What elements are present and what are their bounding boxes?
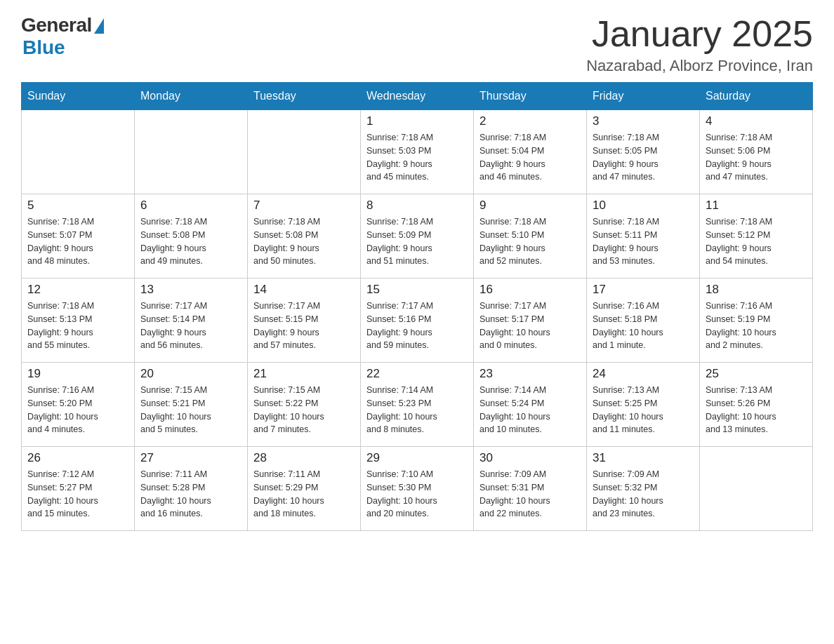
calendar-week-row: 1Sunrise: 7:18 AM Sunset: 5:03 PM Daylig… xyxy=(22,110,813,194)
day-number: 28 xyxy=(253,451,355,465)
calendar-cell: 29Sunrise: 7:10 AM Sunset: 5:30 PM Dayli… xyxy=(361,447,474,531)
calendar-cell: 26Sunrise: 7:12 AM Sunset: 5:27 PM Dayli… xyxy=(22,447,135,531)
day-number: 8 xyxy=(366,199,468,213)
day-info: Sunrise: 7:18 AM Sunset: 5:05 PM Dayligh… xyxy=(593,131,694,184)
logo: General Blue xyxy=(21,14,104,59)
calendar-day-header: Wednesday xyxy=(361,83,474,110)
calendar-cell: 7Sunrise: 7:18 AM Sunset: 5:08 PM Daylig… xyxy=(248,194,361,279)
day-number: 11 xyxy=(706,199,807,213)
calendar-day-header: Saturday xyxy=(700,83,813,110)
calendar-cell xyxy=(248,110,361,194)
calendar-cell: 21Sunrise: 7:15 AM Sunset: 5:22 PM Dayli… xyxy=(248,363,361,447)
day-info: Sunrise: 7:10 AM Sunset: 5:30 PM Dayligh… xyxy=(366,468,468,521)
day-info: Sunrise: 7:09 AM Sunset: 5:31 PM Dayligh… xyxy=(479,468,581,521)
day-info: Sunrise: 7:17 AM Sunset: 5:14 PM Dayligh… xyxy=(140,300,241,352)
calendar-day-header: Sunday xyxy=(22,83,135,110)
day-info: Sunrise: 7:16 AM Sunset: 5:20 PM Dayligh… xyxy=(27,384,128,436)
day-info: Sunrise: 7:18 AM Sunset: 5:06 PM Dayligh… xyxy=(706,131,807,184)
calendar-day-header: Friday xyxy=(587,83,700,110)
day-info: Sunrise: 7:11 AM Sunset: 5:29 PM Dayligh… xyxy=(253,468,355,521)
day-info: Sunrise: 7:18 AM Sunset: 5:04 PM Dayligh… xyxy=(479,131,581,184)
calendar-day-header: Thursday xyxy=(474,83,587,110)
day-info: Sunrise: 7:18 AM Sunset: 5:13 PM Dayligh… xyxy=(27,300,128,352)
day-number: 23 xyxy=(479,367,581,381)
calendar-cell: 31Sunrise: 7:09 AM Sunset: 5:32 PM Dayli… xyxy=(587,447,700,531)
day-number: 9 xyxy=(479,199,581,213)
calendar-cell: 4Sunrise: 7:18 AM Sunset: 5:06 PM Daylig… xyxy=(700,110,813,194)
calendar-cell: 23Sunrise: 7:14 AM Sunset: 5:24 PM Dayli… xyxy=(474,363,587,447)
day-number: 29 xyxy=(366,451,468,465)
day-info: Sunrise: 7:18 AM Sunset: 5:12 PM Dayligh… xyxy=(706,215,807,268)
day-info: Sunrise: 7:18 AM Sunset: 5:03 PM Dayligh… xyxy=(366,131,468,184)
day-info: Sunrise: 7:14 AM Sunset: 5:23 PM Dayligh… xyxy=(366,384,468,436)
calendar-cell xyxy=(135,110,248,194)
day-number: 16 xyxy=(479,283,581,297)
calendar-cell: 2Sunrise: 7:18 AM Sunset: 5:04 PM Daylig… xyxy=(474,110,587,194)
day-info: Sunrise: 7:18 AM Sunset: 5:09 PM Dayligh… xyxy=(366,215,468,268)
day-info: Sunrise: 7:12 AM Sunset: 5:27 PM Dayligh… xyxy=(27,468,128,521)
calendar-cell: 1Sunrise: 7:18 AM Sunset: 5:03 PM Daylig… xyxy=(361,110,474,194)
calendar-cell: 8Sunrise: 7:18 AM Sunset: 5:09 PM Daylig… xyxy=(361,194,474,279)
day-number: 7 xyxy=(253,199,355,213)
day-info: Sunrise: 7:15 AM Sunset: 5:22 PM Dayligh… xyxy=(253,384,355,436)
day-number: 10 xyxy=(593,199,694,213)
day-info: Sunrise: 7:17 AM Sunset: 5:17 PM Dayligh… xyxy=(479,300,581,352)
logo-general-text: General xyxy=(21,14,92,36)
day-number: 3 xyxy=(593,114,694,128)
day-number: 13 xyxy=(140,283,241,297)
calendar-cell: 22Sunrise: 7:14 AM Sunset: 5:23 PM Dayli… xyxy=(361,363,474,447)
calendar-cell: 24Sunrise: 7:13 AM Sunset: 5:25 PM Dayli… xyxy=(587,363,700,447)
day-info: Sunrise: 7:09 AM Sunset: 5:32 PM Dayligh… xyxy=(593,468,694,521)
calendar-cell: 13Sunrise: 7:17 AM Sunset: 5:14 PM Dayli… xyxy=(135,279,248,363)
day-number: 2 xyxy=(479,114,581,128)
day-info: Sunrise: 7:16 AM Sunset: 5:19 PM Dayligh… xyxy=(706,300,807,352)
calendar-cell: 15Sunrise: 7:17 AM Sunset: 5:16 PM Dayli… xyxy=(361,279,474,363)
day-number: 25 xyxy=(706,367,807,381)
day-number: 27 xyxy=(140,451,241,465)
day-info: Sunrise: 7:17 AM Sunset: 5:16 PM Dayligh… xyxy=(366,300,468,352)
calendar-week-row: 5Sunrise: 7:18 AM Sunset: 5:07 PM Daylig… xyxy=(22,194,813,279)
calendar-week-row: 12Sunrise: 7:18 AM Sunset: 5:13 PM Dayli… xyxy=(22,279,813,363)
day-info: Sunrise: 7:13 AM Sunset: 5:25 PM Dayligh… xyxy=(593,384,694,436)
calendar-cell: 11Sunrise: 7:18 AM Sunset: 5:12 PM Dayli… xyxy=(700,194,813,279)
calendar-week-row: 19Sunrise: 7:16 AM Sunset: 5:20 PM Dayli… xyxy=(22,363,813,447)
day-number: 14 xyxy=(253,283,355,297)
calendar-header-row: SundayMondayTuesdayWednesdayThursdayFrid… xyxy=(22,83,813,110)
calendar-cell: 18Sunrise: 7:16 AM Sunset: 5:19 PM Dayli… xyxy=(700,279,813,363)
calendar-cell: 28Sunrise: 7:11 AM Sunset: 5:29 PM Dayli… xyxy=(248,447,361,531)
day-number: 12 xyxy=(27,283,128,297)
day-info: Sunrise: 7:15 AM Sunset: 5:21 PM Dayligh… xyxy=(140,384,241,436)
calendar-cell: 12Sunrise: 7:18 AM Sunset: 5:13 PM Dayli… xyxy=(22,279,135,363)
day-number: 17 xyxy=(593,283,694,297)
day-number: 18 xyxy=(706,283,807,297)
calendar-cell: 20Sunrise: 7:15 AM Sunset: 5:21 PM Dayli… xyxy=(135,363,248,447)
calendar-cell: 17Sunrise: 7:16 AM Sunset: 5:18 PM Dayli… xyxy=(587,279,700,363)
calendar-cell: 19Sunrise: 7:16 AM Sunset: 5:20 PM Dayli… xyxy=(22,363,135,447)
day-number: 15 xyxy=(366,283,468,297)
location-text: Nazarabad, Alborz Province, Iran xyxy=(586,57,813,75)
day-number: 20 xyxy=(140,367,241,381)
day-info: Sunrise: 7:17 AM Sunset: 5:15 PM Dayligh… xyxy=(253,300,355,352)
page-header: General Blue January 2025 Nazarabad, Alb… xyxy=(21,14,813,75)
calendar-cell: 25Sunrise: 7:13 AM Sunset: 5:26 PM Dayli… xyxy=(700,363,813,447)
calendar-cell: 6Sunrise: 7:18 AM Sunset: 5:08 PM Daylig… xyxy=(135,194,248,279)
calendar-cell: 30Sunrise: 7:09 AM Sunset: 5:31 PM Dayli… xyxy=(474,447,587,531)
day-number: 19 xyxy=(27,367,128,381)
day-number: 21 xyxy=(253,367,355,381)
calendar-cell xyxy=(700,447,813,531)
day-info: Sunrise: 7:18 AM Sunset: 5:08 PM Dayligh… xyxy=(253,215,355,268)
calendar-cell: 27Sunrise: 7:11 AM Sunset: 5:28 PM Dayli… xyxy=(135,447,248,531)
calendar-cell: 10Sunrise: 7:18 AM Sunset: 5:11 PM Dayli… xyxy=(587,194,700,279)
day-info: Sunrise: 7:16 AM Sunset: 5:18 PM Dayligh… xyxy=(593,300,694,352)
day-number: 30 xyxy=(479,451,581,465)
day-info: Sunrise: 7:11 AM Sunset: 5:28 PM Dayligh… xyxy=(140,468,241,521)
title-area: January 2025 Nazarabad, Alborz Province,… xyxy=(586,14,813,75)
day-info: Sunrise: 7:18 AM Sunset: 5:10 PM Dayligh… xyxy=(479,215,581,268)
day-info: Sunrise: 7:18 AM Sunset: 5:08 PM Dayligh… xyxy=(140,215,241,268)
month-title: January 2025 xyxy=(586,14,813,54)
day-number: 24 xyxy=(593,367,694,381)
calendar-table: SundayMondayTuesdayWednesdayThursdayFrid… xyxy=(21,82,813,531)
calendar-day-header: Monday xyxy=(135,83,248,110)
calendar-week-row: 26Sunrise: 7:12 AM Sunset: 5:27 PM Dayli… xyxy=(22,447,813,531)
day-number: 4 xyxy=(706,114,807,128)
